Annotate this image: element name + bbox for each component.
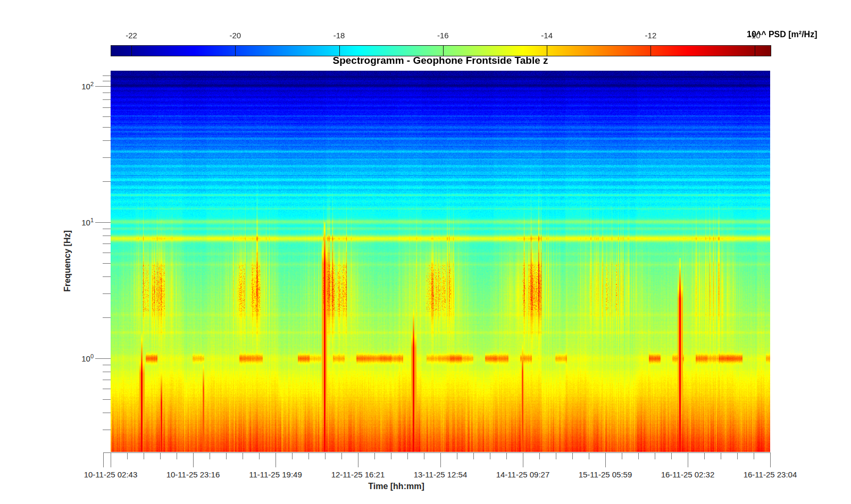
y-axis-minor-tick — [103, 263, 111, 264]
x-axis-tick-label: 11-11-25 19:49 — [233, 470, 318, 479]
x-axis-minor-tick — [622, 452, 622, 459]
spectrogram-heatmap — [111, 71, 770, 452]
x-axis-tick-label: 12-11-25 16:21 — [315, 470, 401, 479]
x-axis-minor-tick — [374, 452, 375, 459]
x-axis-minor-tick — [177, 452, 177, 459]
x-axis-tick-label: 15-11-25 05:59 — [563, 470, 648, 479]
x-axis-minor-tick — [721, 452, 721, 459]
x-axis-minor-tick — [655, 452, 655, 459]
y-axis-minor-tick — [103, 399, 111, 400]
y-axis-minor-tick — [103, 181, 111, 182]
x-axis-tick-label: 13-11-25 12:54 — [398, 470, 483, 479]
x-axis-minor-tick — [391, 452, 391, 459]
y-axis-minor-tick — [103, 116, 111, 117]
y-axis-minor-tick — [103, 317, 111, 318]
y-axis-minor-tick — [103, 127, 111, 128]
colorbar-tick-label: -18 — [323, 31, 355, 40]
x-axis-major-tick — [688, 452, 688, 467]
x-axis-minor-tick — [737, 452, 738, 459]
x-axis-minor-tick — [556, 452, 556, 459]
y-axis-tick-label: 101 — [51, 217, 94, 227]
x-axis-label: Time [hh:mm] — [354, 482, 439, 491]
y-axis-minor-tick — [103, 81, 111, 81]
x-axis-minor-tick — [589, 452, 589, 459]
y-axis-label: Frequency [Hz] — [63, 230, 72, 292]
x-axis-minor-tick — [457, 452, 457, 459]
x-axis-tick-label: 14-11-25 09:27 — [480, 470, 565, 479]
x-axis-minor-tick — [243, 452, 243, 459]
x-axis-major-tick — [605, 452, 606, 467]
colorbar-tick-label: -12 — [635, 31, 666, 40]
x-axis-major-tick — [111, 452, 111, 467]
y-axis-minor-tick — [103, 236, 111, 236]
x-axis-minor-tick — [407, 452, 408, 459]
x-axis-tick-label: 10-11-25 02:43 — [68, 470, 153, 479]
x-axis-minor-tick — [226, 452, 227, 459]
x-axis-minor-tick — [325, 452, 326, 459]
y-axis-minor-tick — [103, 389, 111, 389]
y-axis-minor-tick — [103, 276, 111, 277]
y-axis-minor-tick — [103, 253, 111, 253]
x-axis-minor-tick — [539, 452, 540, 459]
y-axis-minor-tick — [103, 430, 111, 430]
x-axis-tick-label: 16-11-25 23:04 — [728, 470, 813, 479]
y-axis-tick-label: 102 — [51, 81, 94, 91]
x-axis-minor-tick — [210, 452, 210, 459]
x-axis-minor-tick — [292, 452, 293, 459]
x-axis-minor-tick — [572, 452, 573, 459]
x-axis-major-tick — [523, 452, 523, 467]
y-axis-minor-tick — [103, 365, 111, 365]
figure-title: Spectrogramm - Geophone Frontside Table … — [111, 55, 770, 66]
colorbar-tick-label: -16 — [427, 31, 459, 40]
y-axis-minor-tick — [103, 75, 111, 76]
x-axis-minor-tick — [259, 452, 260, 459]
y-axis-minor-tick — [103, 380, 111, 380]
spectrogram-figure: -22-20-18-16-14-12-10 10^^ PSD [m²/Hz] S… — [0, 0, 851, 504]
y-axis-minor-tick — [103, 372, 111, 372]
x-axis-major-tick — [440, 452, 441, 467]
x-axis-minor-tick — [424, 452, 424, 459]
y-axis-minor-tick — [103, 243, 111, 244]
y-axis-major-tick — [95, 86, 111, 87]
x-axis-major-tick — [770, 452, 771, 467]
y-axis-minor-tick — [103, 99, 111, 100]
x-axis-minor-tick — [144, 452, 144, 459]
y-axis-minor-tick — [103, 157, 111, 158]
y-axis-minor-tick — [103, 413, 111, 413]
colorbar-title: 10^^ PSD [m²/Hz] — [747, 30, 817, 39]
x-axis-minor-tick — [754, 452, 754, 459]
y-axis-minor-tick — [103, 293, 111, 294]
colorbar-tick-label: -14 — [531, 31, 563, 40]
x-axis-minor-tick — [671, 452, 672, 459]
x-axis-tick-label: 16-11-25 02:32 — [645, 470, 730, 479]
x-axis-corner-tick — [103, 452, 104, 467]
x-axis-minor-tick — [160, 452, 161, 459]
x-axis-major-tick — [276, 452, 276, 467]
x-axis-minor-tick — [473, 452, 474, 459]
x-axis-major-tick — [193, 452, 194, 467]
x-axis-minor-tick — [341, 452, 342, 459]
y-axis-minor-tick — [103, 229, 111, 229]
y-axis-minor-tick — [103, 140, 111, 141]
x-axis-minor-tick — [127, 452, 128, 459]
y-axis-major-tick — [95, 358, 111, 359]
x-axis-baseline — [103, 452, 771, 453]
y-axis-tick-label: 100 — [51, 353, 94, 363]
x-axis-minor-tick — [490, 452, 490, 459]
colorbar-tick-label: -20 — [219, 31, 251, 40]
colorbar-tick-label: -22 — [115, 31, 147, 40]
x-axis-tick-label: 10-11-25 23:16 — [151, 470, 236, 479]
y-axis-minor-tick — [103, 93, 111, 93]
x-axis-minor-tick — [308, 452, 309, 459]
x-axis-minor-tick — [704, 452, 705, 459]
x-axis-major-tick — [358, 452, 358, 467]
y-axis-major-tick — [95, 222, 111, 223]
y-axis-minor-tick — [103, 107, 111, 108]
x-axis-minor-tick — [638, 452, 639, 459]
x-axis-minor-tick — [506, 452, 507, 459]
